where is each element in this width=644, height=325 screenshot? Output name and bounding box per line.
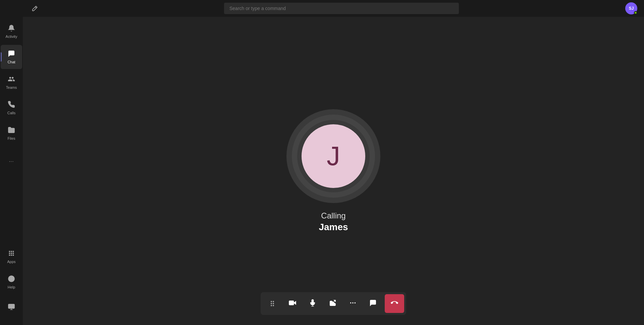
- content-area: J Calling James: [23, 17, 644, 325]
- svg-point-9: [350, 302, 352, 304]
- sidebar-item-label: Help: [8, 285, 15, 289]
- compose-button[interactable]: [30, 3, 40, 14]
- sidebar-item-label: Files: [7, 136, 15, 140]
- svg-marker-5: [294, 301, 296, 304]
- sidebar-item-activity[interactable]: Activity: [1, 19, 22, 44]
- sidebar-item-more[interactable]: ...: [1, 148, 22, 172]
- end-call-button[interactable]: [385, 294, 404, 313]
- more-dots-icon: [349, 299, 357, 308]
- user-avatar[interactable]: SJ: [625, 2, 637, 14]
- call-status: Calling James: [319, 211, 348, 233]
- sidebar-item-calls[interactable]: Calls: [1, 96, 22, 120]
- help-icon: [8, 275, 15, 284]
- video-icon: [289, 299, 296, 308]
- call-screen: J Calling James: [286, 109, 380, 233]
- share-button[interactable]: [323, 294, 342, 313]
- keypad-button[interactable]: [263, 294, 282, 313]
- device-icon: [8, 303, 15, 312]
- share-icon: [329, 299, 336, 308]
- apps-icon: [8, 250, 15, 258]
- svg-rect-2: [8, 304, 14, 309]
- sidebar-item-files[interactable]: Files: [1, 121, 22, 145]
- bell-icon: [8, 24, 15, 33]
- sidebar-item-chat[interactable]: Chat: [1, 45, 22, 69]
- svg-point-11: [355, 302, 356, 304]
- keypad-icon: [271, 301, 274, 306]
- caller-avatar: J: [302, 124, 365, 188]
- teams-icon: [8, 75, 15, 84]
- chat-button[interactable]: [363, 294, 383, 313]
- sidebar-item-device[interactable]: [1, 296, 22, 320]
- more-options-button[interactable]: [343, 294, 363, 313]
- sidebar-item-help[interactable]: Help: [1, 270, 22, 294]
- search-input[interactable]: [229, 6, 453, 11]
- chat-bubble-icon: [369, 299, 377, 308]
- call-controls: [261, 292, 406, 315]
- end-call-icon: [391, 299, 398, 308]
- sidebar-item-label: Chat: [7, 60, 15, 64]
- more-icon: ...: [9, 158, 14, 162]
- caller-name: James: [319, 222, 348, 233]
- mute-button[interactable]: [303, 294, 322, 313]
- microphone-icon: [309, 299, 316, 308]
- sidebar-item-label: Activity: [6, 35, 17, 39]
- search-bar[interactable]: [224, 3, 459, 14]
- sidebar: Activity Chat Teams: [0, 17, 23, 325]
- video-button[interactable]: [283, 294, 302, 313]
- svg-point-10: [352, 302, 354, 304]
- sidebar-item-label: Teams: [6, 85, 17, 89]
- svg-rect-6: [289, 301, 294, 305]
- files-icon: [8, 126, 15, 135]
- sidebar-item-label: Apps: [7, 260, 15, 264]
- sidebar-item-teams[interactable]: Teams: [1, 70, 22, 94]
- sidebar-item-apps[interactable]: Apps: [1, 245, 22, 269]
- sidebar-item-label: Calls: [7, 111, 15, 115]
- status-dot: [634, 11, 637, 14]
- phone-icon: [8, 101, 15, 110]
- chat-icon: [8, 50, 15, 59]
- calling-text: Calling: [319, 211, 348, 220]
- caller-avatar-container: J: [286, 109, 380, 203]
